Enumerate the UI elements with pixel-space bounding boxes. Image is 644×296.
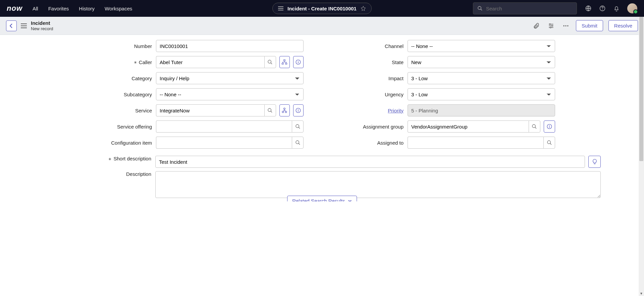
svg-point-8 xyxy=(565,25,566,26)
number-field[interactable] xyxy=(156,40,304,52)
service-info-button[interactable] xyxy=(293,104,304,116)
search-icon xyxy=(477,6,483,11)
related-search-toggle[interactable]: Related Search Results xyxy=(287,196,357,201)
suggestion-button[interactable] xyxy=(588,156,601,168)
svg-point-0 xyxy=(478,6,481,9)
assignment-group-field[interactable] xyxy=(408,120,529,133)
category-select[interactable]: Inquiry / Help xyxy=(156,72,304,84)
label-short-description: Short description xyxy=(43,156,155,161)
service-lookup-button[interactable] xyxy=(264,104,276,116)
chevron-down-icon xyxy=(348,199,352,202)
channel-select[interactable]: -- None -- xyxy=(408,40,555,52)
nav-items: All Favorites History Workspaces xyxy=(33,6,132,11)
star-icon[interactable] xyxy=(361,6,366,11)
page-subtitle: New record xyxy=(31,26,53,32)
label-urgency: Urgency xyxy=(340,92,408,97)
form-left-column: Number Caller Category xyxy=(89,40,304,152)
resolve-button[interactable]: Resolve xyxy=(608,20,638,31)
more-icon[interactable] xyxy=(561,21,571,31)
service-field[interactable] xyxy=(156,104,264,116)
svg-point-23 xyxy=(296,141,299,144)
caller-lookup-button[interactable] xyxy=(264,56,276,68)
svg-point-16 xyxy=(268,108,271,111)
priority-field xyxy=(408,104,555,116)
menu-icon xyxy=(278,6,283,10)
service-offering-lookup-button[interactable] xyxy=(292,120,304,133)
svg-point-6 xyxy=(550,27,551,28)
svg-rect-12 xyxy=(282,63,284,64)
label-priority: Priority xyxy=(340,108,408,113)
svg-point-9 xyxy=(567,25,568,26)
impact-select[interactable]: 3 - Low xyxy=(408,72,555,84)
search-icon xyxy=(295,140,301,145)
service-tree-button[interactable] xyxy=(279,104,290,116)
info-icon xyxy=(295,107,301,113)
search-icon xyxy=(532,124,537,129)
caller-tree-button[interactable] xyxy=(279,56,290,68)
subcategory-select[interactable]: -- None -- xyxy=(156,88,304,100)
ci-lookup-button[interactable] xyxy=(292,137,304,149)
svg-point-26 xyxy=(549,125,550,126)
global-search[interactable] xyxy=(473,2,577,14)
svg-point-22 xyxy=(296,125,299,128)
global-search-input[interactable] xyxy=(486,6,573,11)
logo: now xyxy=(7,4,22,13)
scrollbar[interactable]: ▼ xyxy=(639,17,644,296)
help-icon[interactable] xyxy=(599,5,606,12)
caller-info-button[interactable] xyxy=(293,56,304,68)
scroll-down-icon[interactable]: ▼ xyxy=(639,291,644,296)
subheader: Incident New record Submit Resolve xyxy=(0,17,644,35)
caller-field[interactable] xyxy=(156,56,264,68)
svg-point-15 xyxy=(298,61,299,61)
label-assigned-to: Assigned to xyxy=(340,140,408,146)
page-title: Incident xyxy=(31,20,53,26)
svg-point-18 xyxy=(282,111,284,113)
nav-favorites[interactable]: Favorites xyxy=(48,6,69,11)
label-category: Category xyxy=(89,76,156,81)
assignment-group-info-button[interactable] xyxy=(544,120,555,133)
state-select[interactable]: New xyxy=(408,56,555,68)
info-icon xyxy=(546,124,552,130)
nav-all[interactable]: All xyxy=(33,6,38,11)
svg-point-17 xyxy=(284,108,285,110)
label-description: Description xyxy=(43,171,155,177)
context-pill[interactable]: Incident - Create INC0010001 xyxy=(272,3,372,14)
label-impact: Impact xyxy=(340,76,408,81)
label-state: State xyxy=(340,59,408,65)
top-icons xyxy=(585,3,637,13)
label-number: Number xyxy=(89,43,156,49)
svg-rect-13 xyxy=(285,63,287,64)
assigned-to-lookup-button[interactable] xyxy=(543,137,555,149)
form-menu-icon[interactable] xyxy=(21,23,27,28)
svg-point-21 xyxy=(298,109,299,110)
globe-icon[interactable] xyxy=(585,5,592,12)
label-assignment-group: Assignment group xyxy=(340,124,408,130)
svg-point-4 xyxy=(549,23,550,24)
info-icon xyxy=(295,59,301,65)
form-area: Number Caller Category xyxy=(0,35,644,201)
bell-icon[interactable] xyxy=(613,5,620,12)
svg-point-5 xyxy=(552,25,553,26)
attachment-icon[interactable] xyxy=(532,21,541,31)
personalize-icon[interactable] xyxy=(546,21,556,31)
short-description-field[interactable] xyxy=(155,156,585,168)
urgency-select[interactable]: 3 - Low xyxy=(408,88,555,100)
scrollbar-thumb[interactable] xyxy=(639,17,643,161)
lightbulb-icon xyxy=(592,159,598,165)
search-icon xyxy=(295,124,301,129)
service-offering-field[interactable] xyxy=(156,120,292,133)
avatar[interactable] xyxy=(627,3,637,13)
nav-workspaces[interactable]: Workspaces xyxy=(105,6,132,11)
svg-point-3 xyxy=(602,9,603,10)
priority-link[interactable]: Priority xyxy=(388,108,404,113)
submit-button[interactable]: Submit xyxy=(576,20,603,31)
label-channel: Channel xyxy=(340,43,408,49)
assigned-to-field[interactable] xyxy=(408,137,543,149)
nav-history[interactable]: History xyxy=(79,6,95,11)
description-field[interactable] xyxy=(155,171,601,198)
ci-field[interactable] xyxy=(156,137,292,149)
assignment-group-lookup-button[interactable] xyxy=(529,120,540,133)
svg-point-24 xyxy=(532,125,535,128)
subheader-titles: Incident New record xyxy=(31,20,53,32)
back-button[interactable] xyxy=(6,20,17,31)
